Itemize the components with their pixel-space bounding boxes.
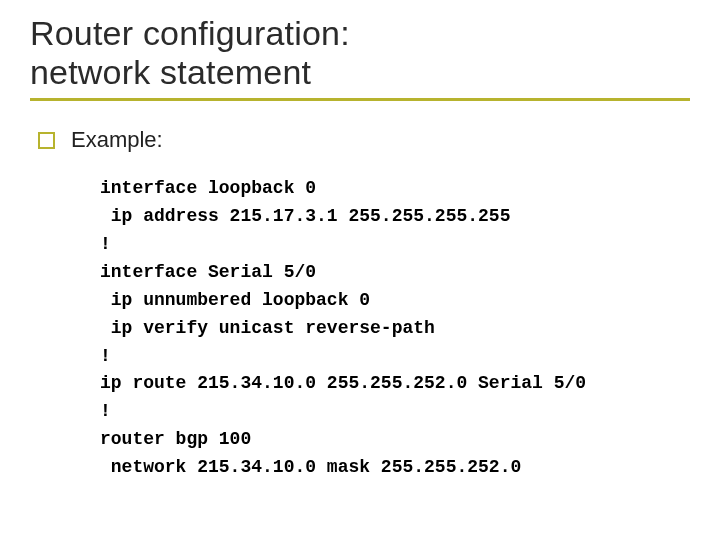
title-line-2: network statement xyxy=(30,53,311,91)
slide-body: Example: interface loopback 0 ip address… xyxy=(30,127,690,482)
code-line: ip verify unicast reverse-path xyxy=(100,318,435,338)
slide: Router configuration: network statement … xyxy=(0,0,720,540)
code-line: interface Serial 5/0 xyxy=(100,262,316,282)
title-line-1: Router configuration: xyxy=(30,14,350,52)
code-line: ! xyxy=(100,234,111,254)
code-line: ip unnumbered loopback 0 xyxy=(100,290,370,310)
code-block: interface loopback 0 ip address 215.17.3… xyxy=(100,175,690,482)
code-line: network 215.34.10.0 mask 255.255.252.0 xyxy=(100,457,521,477)
bullet-label: Example: xyxy=(71,127,163,153)
code-line: ! xyxy=(100,401,111,421)
code-line: ! xyxy=(100,346,111,366)
slide-title: Router configuration: network statement xyxy=(30,14,690,92)
code-line: ip route 215.34.10.0 255.255.252.0 Seria… xyxy=(100,373,586,393)
square-bullet-icon xyxy=(38,132,55,149)
code-line: ip address 215.17.3.1 255.255.255.255 xyxy=(100,206,510,226)
title-underline xyxy=(30,98,690,101)
bullet-row: Example: xyxy=(38,127,690,153)
code-line: router bgp 100 xyxy=(100,429,251,449)
code-line: interface loopback 0 xyxy=(100,178,316,198)
